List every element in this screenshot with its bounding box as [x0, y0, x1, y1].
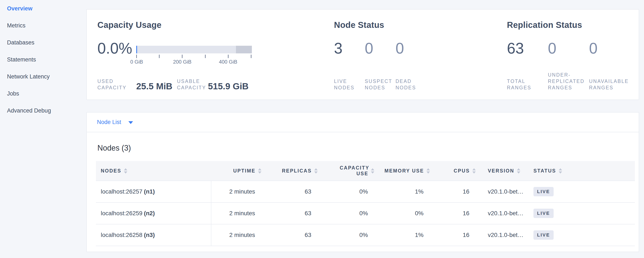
under-replicated-ranges-label: UNDER-REPLICATED RANGES — [548, 72, 592, 91]
uptime-cell: 2 minutes — [211, 224, 264, 246]
unavailable-ranges-label: UNAVAILABLE RANGES — [589, 78, 637, 91]
table-row: localhost:26259(n2) 2 minutes 63 0% 0% 1… — [96, 202, 635, 224]
column-header-status[interactable]: STATUS — [529, 161, 635, 181]
replication-status-section: Replication Status 63 0 0 TOTAL RANGES U… — [507, 20, 644, 91]
uptime-cell: 2 minutes — [211, 181, 264, 202]
tick-label-0: 0 GiB — [130, 59, 143, 65]
sidebar-item-metrics[interactable]: Metrics — [0, 17, 86, 34]
chevron-down-icon — [128, 121, 133, 124]
column-header-uptime[interactable]: UPTIME — [211, 161, 264, 181]
usable-capacity-value: 515.9 GiB — [208, 81, 248, 91]
sidebar: Overview Metrics Databases Statements Ne… — [0, 0, 86, 119]
suspect-nodes-label: SUSPECT NODES — [365, 78, 398, 91]
status-cell: LIVE — [529, 224, 635, 246]
sidebar-item-databases[interactable]: Databases — [0, 34, 86, 51]
capacity-usage-title: Capacity Usage — [98, 20, 263, 30]
column-header-cpus[interactable]: CPUS — [432, 161, 478, 181]
nodes-table-title: Nodes (3) — [98, 143, 131, 153]
column-header-nodes[interactable]: NODES — [96, 161, 211, 181]
node-list-dropdown[interactable]: Node List — [87, 112, 639, 132]
replicas-cell: 63 — [264, 224, 320, 246]
sidebar-item-statements[interactable]: Statements — [0, 51, 86, 68]
uptime-cell: 2 minutes — [211, 202, 264, 224]
column-header-version[interactable]: VERSION — [478, 161, 529, 181]
capacity-usage-section: Capacity Usage 0.0% 0 GiB 200 GiB — [98, 20, 263, 91]
column-header-capacity-use[interactable]: CAPACITY USE — [320, 161, 376, 181]
column-header-memory-use[interactable]: MEMORY USE — [376, 161, 432, 181]
node-status-title: Node Status — [334, 20, 440, 30]
suspect-nodes-count: 0 — [365, 40, 373, 57]
total-ranges-label: TOTAL RANGES — [507, 78, 539, 91]
under-replicated-ranges-count: 0 — [548, 40, 556, 57]
sidebar-item-network-latency[interactable]: Network Latency — [0, 68, 86, 85]
version-cell: v20.1.0-bet… — [478, 224, 529, 246]
node-id: (n2) — [144, 210, 155, 216]
replicas-cell: 63 — [264, 181, 320, 202]
sort-icon — [517, 168, 520, 174]
capacity-bar-chart: 0 GiB 200 GiB 400 GiB — [136, 46, 252, 65]
memory-use-cell: 1% — [376, 224, 432, 246]
capacity-use-cell: 0% — [320, 224, 376, 246]
cpus-cell: 16 — [432, 181, 478, 202]
replicas-cell: 63 — [264, 202, 320, 224]
version-cell: v20.1.0-bet… — [478, 181, 529, 202]
status-badge: LIVE — [534, 230, 554, 240]
sidebar-item-overview[interactable]: Overview — [0, 0, 86, 17]
used-capacity-value: 25.5 MiB — [136, 81, 172, 91]
table-row: localhost:26258(n3) 2 minutes 63 0% 1% 1… — [96, 224, 635, 246]
total-ranges-count: 63 — [507, 40, 524, 57]
memory-use-cell: 1% — [376, 181, 432, 202]
cluster-overview-page: Overview Metrics Databases Statements Ne… — [0, 0, 644, 258]
sort-icon — [426, 168, 430, 174]
tick-label-200: 200 GiB — [173, 59, 192, 65]
live-nodes-label: LIVE NODES — [334, 78, 362, 91]
live-nodes-count: 3 — [334, 40, 342, 57]
cluster-summary-card: Capacity Usage 0.0% 0 GiB 200 GiB — [86, 9, 639, 100]
node-id: (n3) — [144, 232, 155, 238]
dead-nodes-count: 0 — [396, 40, 404, 57]
memory-use-cell: 0% — [376, 202, 432, 224]
status-badge: LIVE — [534, 187, 554, 196]
table-header-row: NODES UPTIME REPLICAS CAPACITY USE — [96, 161, 635, 181]
sort-icon — [314, 168, 318, 174]
column-header-replicas[interactable]: REPLICAS — [264, 161, 320, 181]
capacity-bar-tick-labels: 0 GiB 200 GiB 400 GiB — [136, 59, 252, 65]
capacity-used-percent: 0.0% — [98, 40, 132, 57]
cpus-cell: 16 — [432, 202, 478, 224]
sort-icon — [472, 168, 476, 174]
sort-icon — [258, 168, 262, 174]
status-badge: LIVE — [534, 209, 554, 218]
node-address-cell[interactable]: localhost:26258(n3) — [96, 224, 211, 246]
node-address: localhost:26257 — [101, 188, 142, 195]
sidebar-item-advanced-debug[interactable]: Advanced Debug — [0, 102, 86, 119]
node-address-cell[interactable]: localhost:26259(n2) — [96, 202, 211, 224]
version-cell: v20.1.0-bet… — [478, 202, 529, 224]
table-row: localhost:26257(n1) 2 minutes 63 0% 1% 1… — [96, 181, 635, 202]
unavailable-ranges-count: 0 — [589, 40, 598, 57]
tick-label-400: 400 GiB — [219, 59, 238, 65]
node-list-card: Node List Nodes (3) NODES UPTIME — [86, 112, 639, 252]
sort-icon — [371, 168, 374, 174]
capacity-bar-track — [136, 46, 252, 53]
sidebar-item-jobs[interactable]: Jobs — [0, 85, 86, 102]
node-address: localhost:26258 — [101, 232, 142, 238]
replication-status-title: Replication Status — [507, 20, 644, 30]
cpus-cell: 16 — [432, 224, 478, 246]
dead-nodes-label: DEAD NODES — [396, 78, 425, 91]
node-status-section: Node Status 3 0 0 LIVE NODES SUSPECT NOD… — [334, 20, 440, 91]
sort-icon — [559, 168, 562, 174]
node-address: localhost:26259 — [101, 210, 142, 216]
node-list-dropdown-label: Node List — [97, 119, 121, 125]
status-cell: LIVE — [529, 181, 635, 202]
nodes-table: NODES UPTIME REPLICAS CAPACITY USE — [96, 161, 635, 246]
capacity-bar-used-segment — [136, 46, 137, 53]
sort-icon — [124, 168, 127, 174]
used-capacity-label: USED CAPACITY — [98, 78, 134, 91]
node-id: (n1) — [144, 188, 155, 195]
status-cell: LIVE — [529, 202, 635, 224]
capacity-bar-ticks — [136, 55, 252, 58]
capacity-bar-other-usage-segment — [236, 46, 252, 53]
capacity-use-cell: 0% — [320, 181, 376, 202]
capacity-use-cell: 0% — [320, 202, 376, 224]
node-address-cell[interactable]: localhost:26257(n1) — [96, 181, 211, 202]
